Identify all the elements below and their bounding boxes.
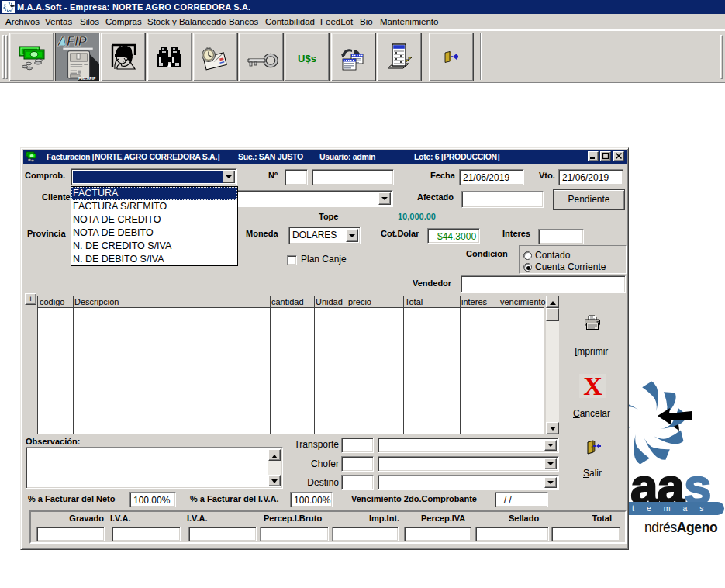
- svg-text:Feb.AFIP: Feb.AFIP: [78, 76, 96, 81]
